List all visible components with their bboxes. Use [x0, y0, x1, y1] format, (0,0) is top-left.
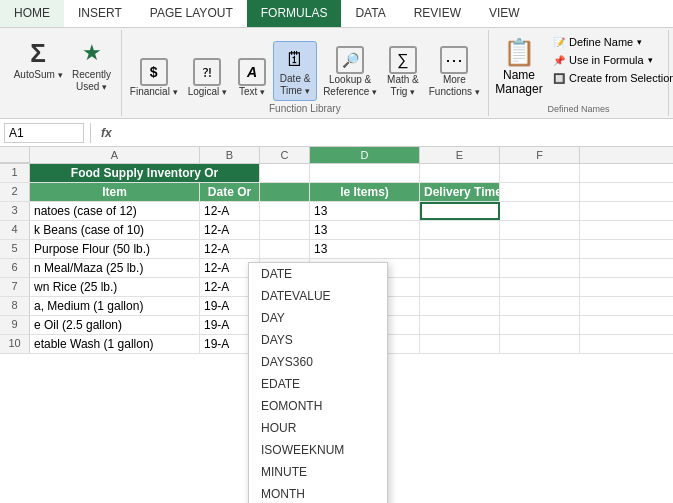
name-box[interactable] [4, 123, 84, 143]
more-functions-icon: ⋯ [440, 46, 468, 74]
e-cell [420, 259, 500, 277]
col-delivery-header: Delivery Time [420, 183, 500, 201]
row-number: 4 [0, 221, 30, 239]
autosum-group-label [4, 112, 121, 114]
name-manager-label: NameManager [495, 68, 542, 96]
col-d-header: le Items) [310, 183, 420, 201]
create-from-selection-button[interactable]: 🔲 Create from Selection [547, 70, 673, 86]
item-cell: etable Wash (1 gallon) [30, 335, 200, 353]
menu-item-minute[interactable]: MINUTE [249, 461, 387, 483]
menu-item-isoweeknum[interactable]: ISOWEEKNUM [249, 439, 387, 461]
text-button[interactable]: A Text ▾ [233, 55, 271, 101]
tab-view[interactable]: VIEW [475, 0, 534, 27]
item-cell: natoes (case of 12) [30, 202, 200, 220]
e-cell [420, 221, 500, 239]
f-cell [500, 259, 580, 277]
ribbon-content: Σ AutoSum ▾ ★ RecentlyUsed ▾ $ Financial… [0, 28, 673, 118]
create-from-selection-label: Create from Selection [569, 72, 673, 84]
define-name-arrow: ▾ [637, 37, 642, 47]
financial-label: Financial ▾ [130, 86, 178, 98]
use-in-formula-icon: 📌 [553, 55, 565, 66]
autosum-button[interactable]: Σ AutoSum ▾ [10, 34, 66, 84]
table-row: 2 Item Date Or le Items) Delivery Time [0, 183, 673, 202]
ribbon-tabs: HOME INSERT PAGE LAYOUT FORMULAS DATA RE… [0, 0, 673, 28]
defined-names-options: 📝 Define Name ▾ 📌 Use in Formula ▾ 🔲 Cre… [547, 34, 673, 86]
use-in-formula-arrow: ▾ [648, 55, 653, 65]
f-cell [500, 297, 580, 315]
item-cell: wn Rice (25 lb.) [30, 278, 200, 296]
row-number: 10 [0, 335, 30, 353]
table-row: 3 natoes (case of 12) 12-A 13 [0, 202, 673, 221]
col-header-f: F [500, 147, 580, 163]
row-number: 2 [0, 183, 30, 201]
menu-item-edate[interactable]: EDATE [249, 373, 387, 395]
col-c-header [260, 183, 310, 201]
item-cell: Purpose Flour (50 lb.) [30, 240, 200, 258]
define-name-button[interactable]: 📝 Define Name ▾ [547, 34, 673, 50]
menu-item-days360[interactable]: DAYS360 [249, 351, 387, 373]
col-header-e: E [420, 147, 500, 163]
e-cell [420, 297, 500, 315]
menu-item-hour[interactable]: HOUR [249, 417, 387, 439]
function-library-buttons: $ Financial ▾ ⁈ Logical ▾ A Text ▾ 🗓 Dat… [126, 32, 484, 101]
formula-input[interactable] [120, 124, 669, 142]
ribbon-group-defined-names: 📋 NameManager 📝 Define Name ▾ 📌 Use in F… [489, 30, 669, 116]
d-cell: 13 [310, 221, 420, 239]
title-cell: Food Supply Inventory Or [30, 164, 260, 182]
logical-button[interactable]: ⁈ Logical ▾ [184, 55, 231, 101]
cell-1f [500, 164, 580, 182]
row-number: 7 [0, 278, 30, 296]
tab-data[interactable]: DATA [341, 0, 399, 27]
lookup-reference-button[interactable]: 🔎 Lookup &Reference ▾ [319, 43, 381, 101]
date-time-dropdown: DATE DATEVALUE DAY DAYS DAYS360 EDATE EO… [248, 262, 388, 503]
tab-home[interactable]: HOME [0, 0, 64, 27]
financial-button[interactable]: $ Financial ▾ [126, 55, 182, 101]
c-cell [260, 221, 310, 239]
date-time-icon: 🗓 [281, 45, 309, 73]
defined-names-group-label: Defined Names [489, 102, 668, 114]
create-from-selection-icon: 🔲 [553, 73, 565, 84]
more-functions-button[interactable]: ⋯ MoreFunctions ▾ [425, 43, 484, 101]
tab-formulas[interactable]: FORMULAS [247, 0, 342, 27]
col-item-header: Item [30, 183, 200, 201]
c-cell [260, 240, 310, 258]
use-in-formula-button[interactable]: 📌 Use in Formula ▾ [547, 52, 673, 68]
math-icon: ∑ [389, 46, 417, 74]
item-cell: k Beans (case of 10) [30, 221, 200, 239]
financial-icon: $ [140, 58, 168, 86]
table-row: 1 Food Supply Inventory Or [0, 164, 673, 183]
menu-item-date[interactable]: DATE [249, 263, 387, 285]
row-number: 8 [0, 297, 30, 315]
text-label: Text ▾ [239, 86, 265, 98]
menu-item-eomonth[interactable]: EOMONTH [249, 395, 387, 417]
ribbon-group-function-library: $ Financial ▾ ⁈ Logical ▾ A Text ▾ 🗓 Dat… [122, 30, 489, 116]
recently-used-label: RecentlyUsed ▾ [72, 69, 111, 93]
menu-item-day[interactable]: DAY [249, 307, 387, 329]
f-cell [500, 335, 580, 353]
tab-insert[interactable]: INSERT [64, 0, 136, 27]
tab-review[interactable]: REVIEW [400, 0, 475, 27]
date-cell: 12-A [200, 202, 260, 220]
menu-item-datevalue[interactable]: DATEVALUE [249, 285, 387, 307]
name-manager-icon: 📋 [503, 37, 535, 68]
menu-item-month[interactable]: MONTH [249, 483, 387, 503]
text-icon: A [238, 58, 266, 86]
menu-item-days[interactable]: DAYS [249, 329, 387, 351]
f-cell [500, 202, 580, 220]
e-cell [420, 202, 500, 220]
cell-1d [310, 164, 420, 182]
recently-used-button[interactable]: ★ RecentlyUsed ▾ [68, 34, 114, 96]
date-time-button[interactable]: 🗓 Date &Time ▾ [273, 41, 317, 101]
fx-button[interactable]: fx [97, 126, 116, 140]
math-trig-button[interactable]: ∑ Math &Trig ▾ [383, 43, 423, 101]
star-icon: ★ [76, 37, 108, 69]
row-number: 3 [0, 202, 30, 220]
lookup-label: Lookup &Reference ▾ [323, 74, 377, 98]
item-cell: e Oil (2.5 gallon) [30, 316, 200, 334]
cell-1c [260, 164, 310, 182]
tab-page-layout[interactable]: PAGE LAYOUT [136, 0, 247, 27]
ribbon-group-autosum: Σ AutoSum ▾ ★ RecentlyUsed ▾ [4, 30, 122, 116]
name-manager-button[interactable]: 📋 NameManager [495, 34, 543, 99]
math-label: Math &Trig ▾ [387, 74, 419, 98]
table-row: 5 Purpose Flour (50 lb.) 12-A 13 [0, 240, 673, 259]
